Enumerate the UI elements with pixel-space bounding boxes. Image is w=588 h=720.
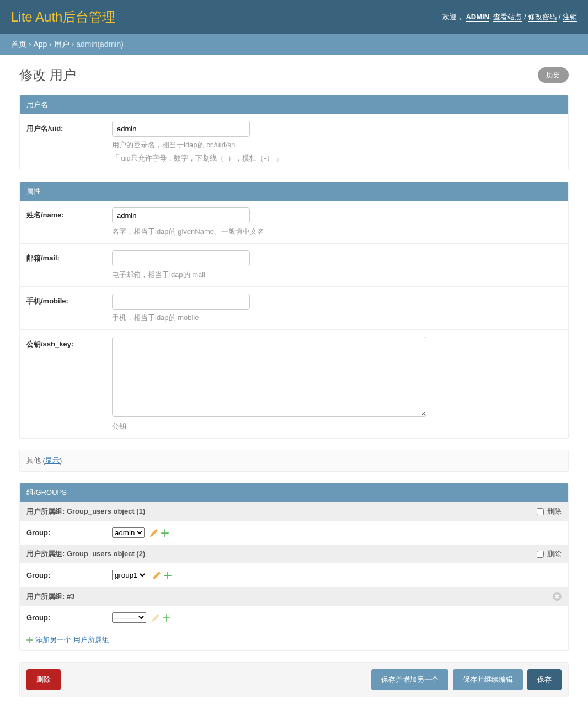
site-title[interactable]: Lite Auth后台管理	[11, 8, 115, 26]
uid-input[interactable]	[112, 121, 250, 137]
group-row-2-delete-checkbox[interactable]	[537, 551, 544, 558]
group-1-select[interactable]: admin	[112, 527, 145, 538]
breadcrumb: 首页 › App › 用户 › admin(admin)	[0, 34, 588, 55]
page-header: 修改 用户 历史	[19, 66, 569, 84]
sshkey-help: 公钥	[112, 422, 562, 431]
collapse-other: 其他 (显示)	[19, 450, 569, 472]
uid-label: 用户名/uid:	[26, 121, 112, 134]
mobile-help: 手机，相当于ldap的 mobile	[112, 313, 562, 323]
breadcrumb-app[interactable]: App	[33, 40, 47, 49]
group-row-1-header: 用户所属组: Group_users object (1)	[26, 506, 145, 516]
delete-button[interactable]: 删除	[26, 669, 61, 690]
name-help: 名字，相当于ldap的 givenName。一般填中文名	[112, 227, 562, 237]
pencil-icon[interactable]	[152, 614, 159, 622]
group-row-2: 用户所属组: Group_users object (2) 删除 Group: …	[20, 545, 568, 587]
save-add-another-button[interactable]: 保存并增加另一个	[371, 669, 448, 690]
mail-help: 电子邮箱，相当于ldap的 mail	[112, 270, 562, 280]
view-site-link[interactable]: 查看站点	[493, 13, 522, 22]
groups-section: 组/GROUPS 用户所属组: Group_users object (1) 删…	[19, 483, 569, 651]
logout-link[interactable]: 注销	[563, 13, 577, 22]
name-input[interactable]	[112, 207, 250, 223]
add-another-group-link[interactable]: 添加另一个 用户所属组	[26, 635, 562, 645]
save-button[interactable]: 保存	[527, 669, 562, 690]
show-link[interactable]: 显示	[45, 456, 60, 465]
group-3-label: Group:	[26, 614, 112, 622]
header-links: 欢迎， ADMIN. 查看站点 / 修改密码 / 注销	[442, 12, 577, 22]
group-row-3: 用户所属组: #3 Group: ---------	[20, 587, 568, 630]
uid-help2: 「 uid只允许字母，数字，下划线（_），横杠（-） 」	[112, 153, 562, 163]
breadcrumb-home[interactable]: 首页	[11, 40, 26, 49]
admin-name[interactable]: ADMIN	[466, 13, 489, 22]
close-icon[interactable]	[553, 592, 562, 601]
fieldset-username: 用户名 用户名/uid: 用户的登录名，相当于ldap的 cn/uid/sn 「…	[19, 95, 569, 170]
plus-icon[interactable]	[164, 572, 172, 579]
group-1-label: Group:	[26, 529, 112, 537]
breadcrumb-users[interactable]: 用户	[54, 40, 70, 49]
group-2-label: Group:	[26, 571, 112, 579]
sshkey-textarea[interactable]	[112, 337, 426, 417]
name-label: 姓名/name:	[26, 207, 112, 220]
fieldset-username-title: 用户名	[20, 95, 568, 114]
group-2-select[interactable]: group1	[112, 570, 147, 580]
mobile-input[interactable]	[112, 294, 250, 310]
mail-label: 邮箱/mail:	[26, 250, 112, 263]
group-row-2-delete[interactable]: 删除	[537, 549, 562, 559]
plus-icon[interactable]	[161, 529, 169, 537]
breadcrumb-current: admin(admin)	[76, 40, 124, 49]
pencil-icon[interactable]	[153, 572, 161, 579]
group-row-3-header: 用户所属组: #3	[26, 591, 74, 601]
groups-title: 组/GROUPS	[20, 483, 568, 502]
header: Lite Auth后台管理 欢迎， ADMIN. 查看站点 / 修改密码 / 注…	[0, 0, 588, 34]
page-title: 修改 用户	[19, 66, 76, 84]
group-3-select[interactable]: ---------	[112, 612, 146, 623]
save-continue-button[interactable]: 保存并继续编辑	[453, 669, 523, 690]
group-row-1: 用户所属组: Group_users object (1) 删除 Group: …	[20, 502, 568, 545]
uid-help1: 用户的登录名，相当于ldap的 cn/uid/sn	[112, 140, 562, 150]
history-button[interactable]: 历史	[538, 67, 569, 83]
mail-input[interactable]	[112, 250, 250, 266]
plus-icon	[26, 637, 33, 643]
group-row-1-delete-checkbox[interactable]	[537, 508, 544, 515]
fieldset-attrs: 属性 姓名/name: 名字，相当于ldap的 givenName。一般填中文名…	[19, 182, 569, 439]
fieldset-attrs-title: 属性	[20, 182, 568, 201]
welcome-text: 欢迎，	[442, 13, 464, 21]
plus-icon[interactable]	[163, 614, 170, 622]
submit-row: 删除 保存并增加另一个 保存并继续编辑 保存	[19, 662, 569, 697]
group-row-2-header: 用户所属组: Group_users object (2)	[26, 549, 145, 559]
pencil-icon[interactable]	[150, 529, 158, 537]
group-row-1-delete[interactable]: 删除	[537, 506, 562, 516]
mobile-label: 手机/mobile:	[26, 294, 112, 306]
change-password-link[interactable]: 修改密码	[528, 13, 557, 22]
sshkey-label: 公钥/ssh_key:	[26, 337, 112, 349]
